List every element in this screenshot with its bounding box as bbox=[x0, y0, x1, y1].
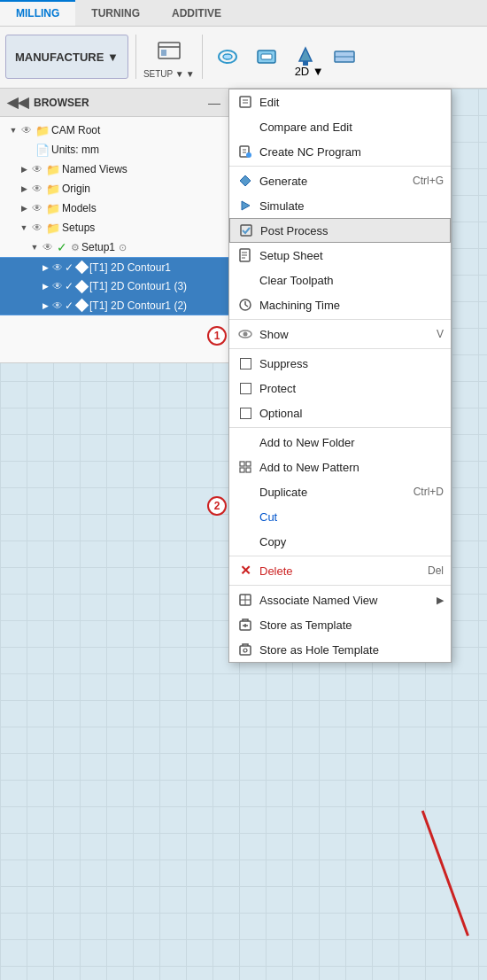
tree-row-named-views[interactable]: ▶ 👁 📁 Named Views bbox=[0, 159, 230, 179]
2d-icons-group bbox=[210, 41, 362, 73]
ctx-generate[interactable]: Generate Ctrl+G bbox=[229, 168, 451, 193]
ctx-clear-toolpath[interactable]: Clear Toolpath bbox=[229, 268, 451, 292]
tab-milling[interactable]: MILLING bbox=[0, 0, 75, 26]
ctx-compare-edit[interactable]: Compare and Edit bbox=[229, 114, 451, 139]
ctx-associate-named-view[interactable]: Associate Named View ▶ bbox=[229, 587, 451, 612]
tree-row-op2[interactable]: ▶ 👁 ✓ [T1] 2D Contour1 (3) bbox=[0, 276, 230, 296]
tree-row-setups[interactable]: ▼ 👁 📁 Setups bbox=[0, 218, 230, 237]
eye-icon-setup1[interactable]: 👁 bbox=[43, 241, 53, 253]
tree-arrow-setup1[interactable]: ▼ bbox=[28, 241, 41, 253]
ctx-copy[interactable]: Copy bbox=[229, 529, 451, 554]
ctx-associate-named-view-arrow: ▶ bbox=[437, 595, 444, 606]
ctx-delete[interactable]: ✕ Delete Del bbox=[229, 558, 451, 583]
tree-row-setup1[interactable]: ▼ 👁 ✓ ⚙ Setup1 ⊙ bbox=[0, 237, 230, 257]
check-op1: ✓ bbox=[65, 261, 73, 274]
svg-point-4 bbox=[223, 54, 232, 59]
store-hole-template-icon bbox=[236, 641, 254, 658]
2d-icon-1[interactable] bbox=[210, 41, 245, 73]
2d-icon-4[interactable] bbox=[327, 41, 362, 73]
2d-pocket-icon[interactable] bbox=[249, 41, 284, 73]
ctx-machining-time[interactable]: Machining Time bbox=[229, 292, 451, 317]
eye-icon-origin[interactable]: 👁 bbox=[32, 183, 43, 195]
tree-row-origin[interactable]: ▶ 👁 📁 Origin bbox=[0, 179, 230, 198]
ctx-post-process[interactable]: Post Process bbox=[229, 218, 451, 243]
ctx-suppress[interactable]: Suppress bbox=[229, 351, 451, 376]
eye-icon-models[interactable]: 👁 bbox=[32, 202, 43, 214]
ctx-show-shortcut: V bbox=[437, 328, 444, 340]
2d-dropdown-label[interactable]: 2D ▼ bbox=[295, 65, 324, 78]
tree-row-units[interactable]: 📄 Units: mm bbox=[0, 140, 230, 159]
tree-arrow-cam-root[interactable]: ▼ bbox=[7, 124, 19, 136]
tree-label-units: Units: mm bbox=[51, 144, 99, 156]
2d-icon-2[interactable] bbox=[249, 41, 284, 73]
ctx-cut[interactable]: Cut bbox=[229, 504, 451, 529]
ctx-protect[interactable]: Protect bbox=[229, 376, 451, 401]
tree-row-op1[interactable]: ▶ 👁 ✓ [T1] 2D Contour1 bbox=[0, 257, 230, 276]
browser-title: BROWSER bbox=[34, 97, 89, 109]
ctx-setup-sheet[interactable]: Setup Sheet bbox=[229, 243, 451, 268]
ctx-store-hole-template-label: Store as Hole Template bbox=[259, 643, 379, 657]
tab-additive[interactable]: ADDITIVE bbox=[156, 0, 237, 26]
manufacture-button[interactable]: MANUFACTURE ▼ bbox=[5, 35, 128, 79]
svg-point-17 bbox=[246, 152, 251, 158]
ctx-simulate-label: Simulate bbox=[259, 199, 305, 213]
ctx-add-pattern[interactable]: Add to New Pattern bbox=[229, 455, 451, 479]
ctx-show-label: Show bbox=[259, 328, 289, 341]
2d-contour-icon[interactable] bbox=[210, 41, 245, 73]
ctx-duplicate[interactable]: Duplicate Ctrl+D bbox=[229, 479, 451, 504]
tree-row-cam-root[interactable]: ▼ 👁 📁 CAM Root bbox=[0, 121, 230, 140]
eye-op3[interactable]: 👁 bbox=[52, 299, 63, 312]
clear-toolpath-icon bbox=[236, 271, 254, 289]
setup-icon-group[interactable]: SETUP ▼ ▼ bbox=[143, 35, 195, 79]
ctx-store-template[interactable]: Store as Template bbox=[229, 612, 451, 637]
tab-turning[interactable]: TURNING bbox=[75, 0, 156, 26]
ctx-divider-3 bbox=[229, 348, 451, 349]
check-op2: ✓ bbox=[65, 280, 73, 292]
browser-collapse-button[interactable]: — bbox=[205, 94, 223, 112]
ctx-divider-4 bbox=[229, 427, 451, 428]
ctx-create-nc[interactable]: Create NC Program bbox=[229, 139, 451, 164]
tree-label-op2: [T1] 2D Contour1 (3) bbox=[89, 280, 187, 292]
tree-arrow-setups[interactable]: ▼ bbox=[18, 222, 30, 234]
setup-icon[interactable] bbox=[151, 35, 187, 67]
ctx-show[interactable]: Show V bbox=[229, 322, 451, 346]
ctx-divider-1 bbox=[229, 166, 451, 167]
ctx-store-hole-template[interactable]: Store as Hole Template bbox=[229, 637, 451, 662]
ctx-add-pattern-label: Add to New Pattern bbox=[259, 461, 359, 474]
eye-icon-named-views[interactable]: 👁 bbox=[32, 163, 43, 175]
eye-op2[interactable]: 👁 bbox=[52, 280, 63, 292]
eye-op1[interactable]: 👁 bbox=[52, 261, 63, 274]
tree-label-op1: [T1] 2D Contour1 bbox=[89, 261, 171, 274]
ctx-copy-label: Copy bbox=[259, 535, 286, 548]
2d-face-icon[interactable] bbox=[327, 41, 362, 73]
ctx-add-folder[interactable]: Add to New Folder bbox=[229, 430, 451, 455]
folder-icon-models: 📁 bbox=[46, 202, 60, 215]
browser-panel: ◀◀ BROWSER — ▼ 👁 📁 CAM Root 📄 Units: mm … bbox=[0, 89, 230, 363]
setup-label[interactable]: SETUP ▼ ▼ bbox=[143, 69, 195, 79]
eye-icon-cam-root[interactable]: 👁 bbox=[21, 124, 32, 136]
post-process-icon bbox=[237, 222, 255, 239]
tree-arrow-op2[interactable]: ▶ bbox=[39, 280, 51, 292]
folder-icon-cam-root: 📁 bbox=[35, 124, 50, 137]
associate-named-view-icon bbox=[236, 591, 254, 609]
ctx-edit[interactable]: Edit bbox=[229, 89, 451, 114]
svg-point-28 bbox=[244, 332, 248, 337]
toolbar-divider-1 bbox=[135, 35, 136, 79]
tree-arrow-origin[interactable]: ▶ bbox=[18, 183, 30, 195]
diamond-op2 bbox=[75, 279, 89, 293]
tree-arrow-op1[interactable]: ▶ bbox=[39, 261, 51, 274]
eye-icon-setups[interactable]: 👁 bbox=[32, 222, 43, 234]
ctx-simulate[interactable]: Simulate bbox=[229, 193, 451, 218]
tree-row-op3[interactable]: ▶ 👁 ✓ [T1] 2D Contour1 (2) bbox=[0, 296, 230, 315]
setup1-icon: ⚙ bbox=[71, 242, 80, 253]
browser-header: ◀◀ BROWSER — bbox=[0, 89, 230, 117]
tree-arrow-named-views[interactable]: ▶ bbox=[18, 163, 30, 175]
tree-arrow-op3[interactable]: ▶ bbox=[39, 299, 51, 312]
duplicate-icon bbox=[236, 483, 254, 501]
tree-row-models[interactable]: ▶ 👁 📁 Models bbox=[0, 198, 230, 218]
cut-icon bbox=[236, 508, 254, 525]
svg-rect-32 bbox=[246, 468, 251, 472]
tree-arrow-models[interactable]: ▶ bbox=[18, 202, 30, 214]
toolbar-buttons: MANUFACTURE ▼ SETUP ▼ ▼ bbox=[0, 27, 487, 88]
ctx-optional[interactable]: Optional bbox=[229, 401, 451, 425]
